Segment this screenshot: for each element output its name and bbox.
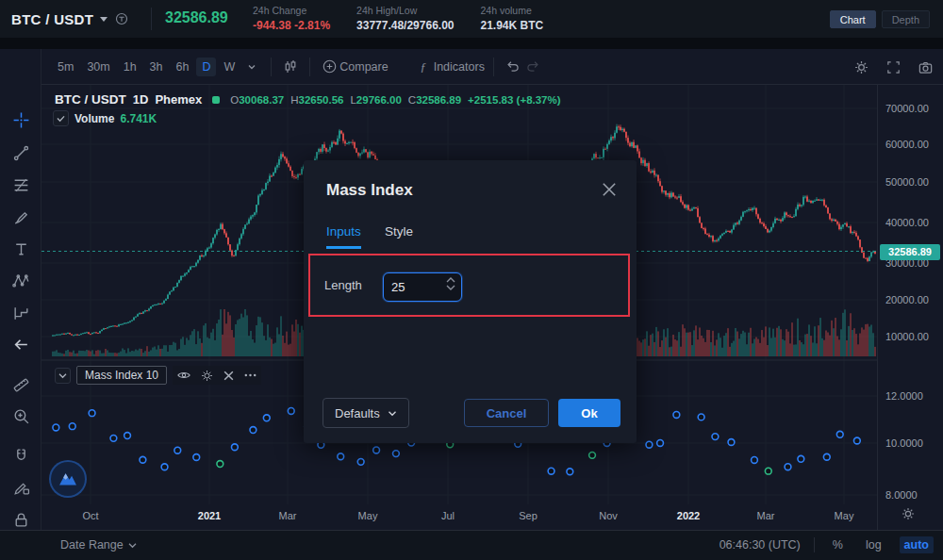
ok-button[interactable]: Ok — [558, 399, 620, 427]
tab-style[interactable]: Style — [385, 224, 413, 246]
market-stat: 24h High/Low33777.48/29766.00 — [356, 5, 454, 32]
time-tick-label: Oct — [82, 510, 98, 521]
indicator-settings-gear-icon[interactable] — [200, 369, 214, 383]
forecast-tool-icon[interactable] — [11, 304, 30, 322]
settings-gear-icon[interactable] — [851, 57, 871, 77]
ohlc-item: C32586.89 — [408, 94, 461, 106]
volume-legend: Volume 6.741K — [53, 110, 157, 126]
volume-toggle-checkbox[interactable] — [53, 110, 69, 126]
chevron-down-icon — [388, 410, 397, 417]
interval-chevron-icon[interactable] — [241, 57, 262, 77]
time-tick-label: May — [835, 510, 854, 521]
camera-snapshot-icon[interactable] — [915, 57, 935, 77]
interval-button-30m[interactable]: 30m — [81, 58, 115, 76]
candle-style-icon[interactable] — [280, 57, 301, 77]
lock-drawings-icon[interactable] — [11, 510, 30, 529]
mass-index-legend: Mass Index 10 — [55, 366, 261, 385]
price-tick-label: 10.0000 — [885, 437, 923, 449]
compare-plus-icon — [319, 57, 339, 77]
clock-timezone[interactable]: 06:46:30 (UTC) — [720, 538, 801, 552]
time-tick-label: 2022 — [677, 510, 700, 521]
axis-settings-gear-icon[interactable] — [901, 506, 918, 523]
xabcd-pattern-icon[interactable] — [11, 272, 30, 290]
stay-in-drawing-mode-icon[interactable] — [11, 478, 30, 497]
stepper-up-icon[interactable] — [446, 277, 455, 283]
percent-scale-button[interactable]: % — [828, 536, 848, 553]
brush-icon[interactable] — [11, 207, 30, 226]
tab-inputs[interactable]: Inputs — [326, 224, 361, 249]
interval-group: 5m30m1h3h6hDW — [51, 58, 241, 76]
compare-button[interactable]: Compare — [339, 60, 388, 74]
interval-button-1h[interactable]: 1h — [118, 58, 142, 76]
text-tool-icon[interactable] — [11, 239, 30, 258]
zoom-in-icon[interactable] — [11, 406, 30, 425]
time-axis[interactable]: Oct2021MarMayJulSepNov2022MarMay — [41, 504, 877, 530]
market-stat: 24h Change-944.38 -2.81% — [253, 5, 330, 32]
mass-index-collapse-chevron[interactable] — [55, 368, 71, 384]
drawing-tools-sidebar — [0, 49, 41, 560]
price-axis[interactable]: 70000.0060000.0050000.0040000.0030000.00… — [877, 85, 943, 530]
bottom-bar: Date Range 06:46:30 (UTC) % log auto — [0, 530, 943, 560]
legend-exchange: Phemex — [155, 92, 202, 107]
chart-view-button[interactable]: Chart — [830, 10, 876, 28]
magnet-icon[interactable] — [11, 446, 30, 465]
ohlc-item: L29766.00 — [350, 94, 401, 106]
divider — [309, 58, 310, 76]
indicator-remove-x-icon[interactable] — [223, 370, 235, 382]
symbol-label: BTC / USDT — [11, 11, 93, 27]
fib-retracement-icon[interactable] — [11, 175, 30, 194]
ohlc-item: O30068.37 — [230, 94, 284, 106]
collapse-arrow-icon[interactable] — [11, 335, 30, 354]
legend-symbol[interactable]: BTC / USDT — [55, 92, 126, 107]
symbol-selector[interactable]: BTC / USDT — [11, 0, 129, 38]
change-value: +2515.83 (+8.37%) — [468, 94, 560, 106]
number-stepper[interactable] — [446, 277, 455, 290]
crosshair-icon[interactable] — [11, 110, 30, 129]
ohlc-values: O30068.37H32650.56L29766.00C32586.89 — [230, 94, 461, 106]
mass-index-dialog: Mass Index Inputs Style Length Defaults … — [304, 160, 637, 443]
top-bar: BTC / USDT 32586.89 24h Change-944.38 -2… — [0, 0, 943, 38]
price-tick-label: 40000.00 — [885, 217, 929, 228]
interval-button-3h[interactable]: 3h — [144, 58, 169, 76]
undo-icon[interactable] — [503, 57, 523, 77]
dialog-close-x-icon[interactable] — [601, 181, 620, 200]
indicators-button[interactable]: Indicators — [434, 60, 485, 74]
price-tick-label: 70000.00 — [885, 103, 929, 114]
mass-index-title[interactable]: Mass Index 10 — [76, 366, 167, 385]
volume-value: 6.741K — [120, 112, 157, 125]
trend-line-icon[interactable] — [11, 143, 30, 162]
interval-button-w[interactable]: W — [218, 58, 240, 76]
interval-button-6h[interactable]: 6h — [171, 58, 195, 76]
redo-icon[interactable] — [523, 57, 544, 77]
auto-scale-button[interactable]: auto — [900, 536, 934, 553]
dialog-footer: Defaults Cancel Ok — [304, 398, 637, 428]
stepper-down-icon[interactable] — [446, 285, 455, 290]
date-range-button[interactable]: Date Range — [60, 538, 137, 552]
chart-legend: BTC / USDT 1D Phemex O30068.37H32650.56L… — [55, 92, 561, 107]
interval-button-d[interactable]: D — [196, 58, 216, 76]
length-input[interactable] — [391, 273, 438, 301]
dialog-title: Mass Index — [326, 181, 413, 200]
cancel-button[interactable]: Cancel — [464, 399, 549, 427]
time-tick-label: Mar — [279, 510, 297, 521]
interval-button-5m[interactable]: 5m — [52, 58, 79, 76]
time-tick-label: 2021 — [198, 510, 221, 521]
toolbar-right-group — [851, 49, 935, 85]
coin-info-icon[interactable] — [114, 11, 129, 26]
fx-icon: ƒ — [413, 57, 434, 77]
defaults-button[interactable]: Defaults — [323, 398, 409, 428]
fullscreen-icon[interactable] — [883, 57, 903, 77]
log-scale-button[interactable]: log — [861, 536, 886, 553]
time-tick-label: Sep — [519, 510, 538, 521]
bottom-bar-right: 06:46:30 (UTC) % log auto — [720, 536, 934, 553]
indicator-eye-icon[interactable] — [176, 368, 191, 383]
market-stat: 24h volume21.94K BTC — [481, 5, 544, 32]
divider — [493, 58, 494, 76]
volume-label: Volume — [74, 112, 114, 125]
trading-app: BTC / USDT 32586.89 24h Change-944.38 -2… — [0, 0, 943, 560]
measure-ruler-icon[interactable] — [11, 375, 30, 394]
depth-view-button[interactable]: Depth — [882, 10, 930, 28]
stat-value: 21.94K BTC — [481, 19, 544, 32]
chart-toolbar: 5m30m1h3h6hDW Compare ƒ Indicators — [41, 49, 943, 85]
indicator-more-dots-icon[interactable] — [243, 371, 257, 379]
